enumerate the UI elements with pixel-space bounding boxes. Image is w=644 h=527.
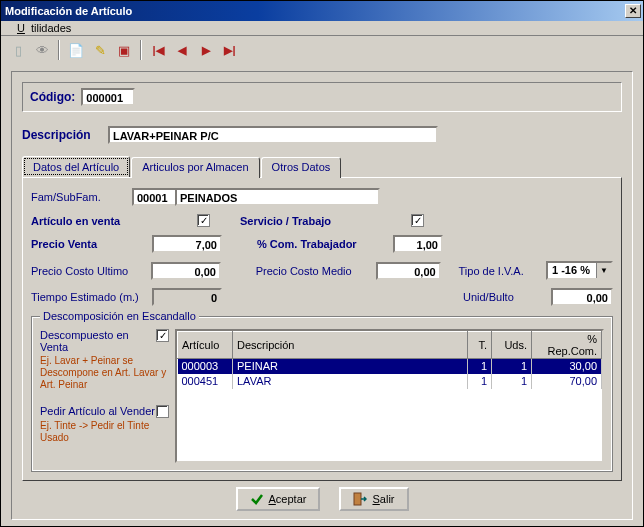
pedir-hint: Ej. Tinte -> Pedir el Tinte Usado [40, 420, 169, 444]
toolbar: ▯ 👁 📄 ✎ ▣ |◀ ◀ ▶ ▶| [1, 36, 643, 67]
chevron-down-icon[interactable]: ▼ [596, 263, 611, 278]
tiempo-label: Tiempo Estimado (m.) [31, 291, 146, 303]
table-row[interactable]: 000003 PEINAR 1 1 30,00 [178, 359, 602, 374]
escandallo-group: Descomposición en Escandallo Descompuest… [31, 316, 613, 472]
col-articulo[interactable]: Artículo [178, 332, 233, 359]
precio-med-label: Precio Costo Medio [256, 265, 370, 277]
precio-ult-field[interactable]: 0,00 [151, 262, 221, 280]
fam-label: Fam/SubFam. [31, 191, 126, 203]
tab-articulos-almacen[interactable]: Articulos por Almacen [131, 157, 259, 178]
tipo-iva-combo[interactable]: 1 -16 % ▼ [546, 261, 613, 280]
search-icon[interactable]: 👁 [31, 39, 53, 61]
precio-venta-field[interactable]: 7,00 [152, 235, 222, 253]
salir-button[interactable]: Salir [339, 487, 408, 511]
last-icon[interactable]: ▶| [219, 39, 241, 61]
table-row[interactable]: 000451 LAVAR 1 1 70,00 [178, 374, 602, 389]
close-button[interactable]: ✕ [625, 4, 641, 18]
precio-med-field[interactable]: 0,00 [376, 262, 441, 280]
unid-bulto-field[interactable]: 0,00 [551, 288, 613, 306]
pct-com-label: % Com. Trabajador [257, 238, 387, 250]
art-venta-label: Artículo en venta [31, 215, 191, 227]
descripcion-field[interactable]: LAVAR+PEINAR P/C [108, 126, 438, 144]
col-uds[interactable]: Uds. [492, 332, 532, 359]
tiempo-field: 0 [152, 288, 222, 306]
edit-icon[interactable]: ✎ [89, 39, 111, 61]
art-venta-checkbox[interactable]: ✓ [197, 214, 210, 227]
escandallo-legend: Descomposición en Escandallo [40, 310, 199, 322]
tab-otros-datos[interactable]: Otros Datos [261, 157, 342, 178]
serv-trab-label: Servicio / Trabajo [240, 215, 405, 227]
pedir-checkbox[interactable] [156, 405, 169, 418]
tab-datos-articulo[interactable]: Datos del Artículo [22, 156, 130, 177]
descomp-hint: Ej. Lavar + Peinar se Descompone en Art.… [40, 355, 169, 391]
window-title: Modificación de Artículo [5, 5, 625, 17]
descomp-checkbox[interactable]: ✓ [156, 329, 169, 342]
tipo-iva-label: Tipo de I.V.A. [459, 265, 540, 277]
col-repcom[interactable]: % Rep.Com. [532, 332, 602, 359]
pct-com-field[interactable]: 1,00 [393, 235, 443, 253]
escandallo-table[interactable]: Artículo Descripción T. Uds. % Rep.Com. … [175, 329, 604, 463]
exit-icon [353, 492, 367, 506]
check-icon [250, 492, 264, 506]
prev-icon[interactable]: ◀ [171, 39, 193, 61]
codigo-label: Código: [30, 90, 75, 104]
fam-code-field[interactable]: 00001 [132, 188, 177, 206]
aceptar-button[interactable]: Aceptar [236, 487, 321, 511]
fam-name-field[interactable]: PEINADOS [175, 188, 380, 206]
first-icon[interactable]: |◀ [147, 39, 169, 61]
precio-ult-label: Precio Costo Ultimo [31, 265, 145, 277]
menu-utilidades[interactable]: Utilidades [5, 20, 77, 36]
svg-rect-0 [354, 493, 361, 505]
descomp-label: Descompuesto en Venta [40, 329, 156, 353]
codigo-field[interactable]: 000001 [81, 88, 135, 106]
descripcion-label: Descripción [22, 128, 102, 142]
tipo-iva-value: 1 -16 % [548, 263, 596, 278]
tool-doc-icon[interactable]: ▯ [7, 39, 29, 61]
precio-venta-label: Precio Venta [31, 238, 146, 250]
codigo-group: Código: 000001 [22, 82, 622, 112]
col-descripcion[interactable]: Descripción [233, 332, 468, 359]
tabs: Datos del Artículo Articulos por Almacen… [22, 156, 622, 177]
titlebar: Modificación de Artículo ✕ [1, 1, 643, 21]
unid-bulto-label: Unid/Bulto [463, 291, 545, 303]
col-t[interactable]: T. [468, 332, 492, 359]
copy-icon[interactable]: 📄 [65, 39, 87, 61]
book-icon[interactable]: ▣ [113, 39, 135, 61]
serv-trab-checkbox[interactable]: ✓ [411, 214, 424, 227]
next-icon[interactable]: ▶ [195, 39, 217, 61]
menubar: Utilidades [1, 21, 643, 36]
pedir-label: Pedir Artículo al Vender [40, 405, 156, 417]
